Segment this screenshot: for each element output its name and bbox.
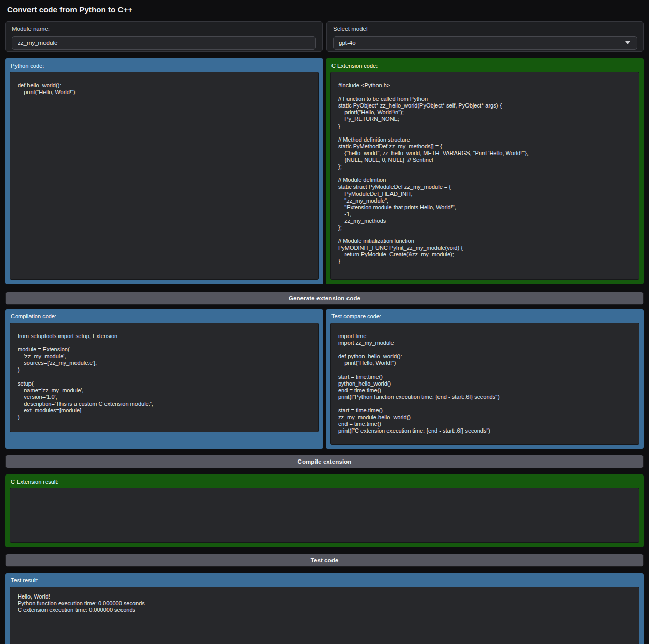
code-panels-row: Python code: def hello_world(): print("H… [5, 58, 644, 284]
test-compare-code-textbox[interactable]: import time import zz_my_module def pyth… [330, 323, 639, 445]
model-select-label: Select model [333, 26, 637, 32]
module-name-label: Module name: [12, 26, 316, 32]
test-result-textbox[interactable]: Hello, World! Python function execution … [10, 587, 639, 644]
compilation-code-text: from setuptools import setup, Extension … [18, 333, 311, 421]
test-compare-code-text: import time import zz_my_module def pyth… [338, 333, 631, 434]
python-code-text: def hello_world(): print("Hello, World!"… [18, 82, 311, 96]
python-code-label: Python code: [10, 58, 319, 72]
test-compare-code-panel: Test compare code: import time import zz… [326, 309, 644, 449]
c-extension-code-panel: C Extension code: #include <Python.h> //… [326, 58, 644, 284]
compilation-code-panel: Compilation code: from setuptools import… [5, 309, 323, 449]
model-select-block: Select model gpt-4o [326, 21, 644, 52]
test-result-label: Test result: [10, 573, 639, 587]
model-select-value: gpt-4o [339, 40, 356, 46]
test-result-panel: Test result: Hello, World! Python functi… [5, 573, 644, 644]
module-name-input[interactable] [12, 36, 316, 50]
chevron-down-icon [625, 41, 630, 44]
c-extension-result-label: C Extension result: [10, 474, 639, 488]
model-select[interactable]: gpt-4o [333, 36, 637, 50]
c-extension-code-label: C Extension code: [330, 58, 639, 72]
test-code-button[interactable]: Test code [5, 554, 644, 567]
compile-panels-row: Compilation code: from setuptools import… [5, 309, 644, 449]
python-code-panel: Python code: def hello_world(): print("H… [5, 58, 323, 284]
app-page: Convert code from Python to C++ Module n… [0, 0, 649, 644]
c-extension-result-panel: C Extension result: [5, 474, 644, 547]
c-extension-result-textbox[interactable] [10, 488, 639, 543]
test-result-text: Hello, World! Python function execution … [18, 593, 631, 614]
module-name-block: Module name: [5, 21, 323, 52]
c-extension-code-text: #include <Python.h> // Function to be ca… [338, 82, 631, 265]
compile-extension-button[interactable]: Compile extension [5, 455, 644, 468]
config-row: Module name: Select model gpt-4o [5, 21, 644, 52]
test-compare-code-label: Test compare code: [330, 309, 639, 323]
compilation-code-label: Compilation code: [10, 309, 319, 323]
python-code-textbox[interactable]: def hello_world(): print("Hello, World!"… [10, 72, 319, 280]
generate-extension-code-button[interactable]: Generate extension code [5, 292, 644, 305]
c-extension-code-textbox[interactable]: #include <Python.h> // Function to be ca… [330, 72, 639, 280]
compilation-code-textbox[interactable]: from setuptools import setup, Extension … [10, 323, 319, 432]
page-title: Convert code from Python to C++ [7, 5, 644, 14]
